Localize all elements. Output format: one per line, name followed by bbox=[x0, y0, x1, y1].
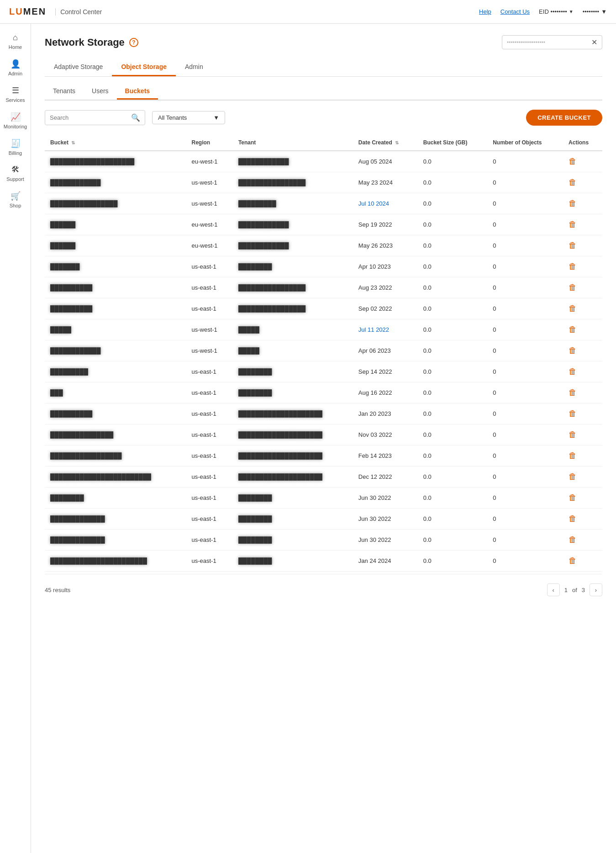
billing-icon: 🧾 bbox=[11, 138, 21, 148]
contact-link[interactable]: Contact Us bbox=[500, 8, 530, 15]
table-row: ██████████ us-east-1 ████████████████ Se… bbox=[45, 298, 602, 319]
delete-bucket-icon[interactable]: 🗑 bbox=[569, 556, 577, 565]
cell-region: us-east-1 bbox=[186, 256, 232, 277]
cell-num-objects: 0 bbox=[487, 235, 563, 256]
cell-tenant: ████████ bbox=[233, 530, 353, 551]
cell-date-created: Jul 11 2022 bbox=[353, 319, 418, 340]
cell-actions: 🗑 bbox=[563, 172, 602, 193]
tab-adaptive-storage[interactable]: Adaptive Storage bbox=[45, 58, 112, 76]
cell-date-created: Jan 20 2023 bbox=[353, 403, 418, 424]
cell-actions: 🗑 bbox=[563, 509, 602, 530]
search-icon[interactable]: 🔍 bbox=[131, 113, 140, 122]
support-icon: 🛠 bbox=[11, 165, 20, 175]
sidebar-item-services[interactable]: ☰ Services bbox=[0, 81, 31, 107]
cell-bucket-size: 0.0 bbox=[418, 382, 487, 403]
cell-bucket: ████████████████████ bbox=[45, 151, 186, 172]
delete-bucket-icon[interactable]: 🗑 bbox=[569, 409, 577, 418]
sidebar-item-shop[interactable]: 🛒 Shop bbox=[0, 186, 31, 213]
table-row: ████████████ us-west-1 ████████████████ … bbox=[45, 172, 602, 193]
col-actions: Actions bbox=[563, 135, 602, 151]
delete-bucket-icon[interactable]: 🗑 bbox=[569, 472, 577, 481]
cell-num-objects: 0 bbox=[487, 256, 563, 277]
cell-num-objects: 0 bbox=[487, 551, 563, 572]
tab-tenants[interactable]: Tenants bbox=[45, 84, 84, 100]
cell-date-created: Jun 30 2022 bbox=[353, 509, 418, 530]
delete-bucket-icon[interactable]: 🗑 bbox=[569, 493, 577, 502]
cell-tenant: ████████████████████ bbox=[233, 403, 353, 424]
create-bucket-button[interactable]: CREATE BUCKET bbox=[526, 110, 602, 126]
cell-actions: 🗑 bbox=[563, 424, 602, 445]
col-tenant: Tenant bbox=[233, 135, 353, 151]
admin-icon: 👤 bbox=[11, 59, 21, 69]
cell-region: us-west-1 bbox=[186, 172, 232, 193]
current-page: 1 bbox=[564, 587, 568, 593]
sort-icon-date[interactable]: ⇅ bbox=[395, 140, 399, 145]
cell-num-objects: 0 bbox=[487, 214, 563, 235]
delete-bucket-icon[interactable]: 🗑 bbox=[569, 514, 577, 523]
delete-bucket-icon[interactable]: 🗑 bbox=[569, 157, 577, 166]
delete-bucket-icon[interactable]: 🗑 bbox=[569, 430, 577, 439]
eid-button[interactable]: EID •••••••• ▼ bbox=[539, 8, 574, 15]
cell-date-created: Dec 12 2022 bbox=[353, 466, 418, 487]
tenant-select[interactable]: All Tenants ▼ bbox=[152, 111, 225, 124]
help-link[interactable]: Help bbox=[479, 8, 491, 15]
cell-region: us-east-1 bbox=[186, 530, 232, 551]
cell-date-created: Nov 03 2022 bbox=[353, 424, 418, 445]
cell-num-objects: 0 bbox=[487, 277, 563, 298]
sidebar-label-admin: Admin bbox=[8, 71, 22, 76]
cell-date-created: Jun 30 2022 bbox=[353, 530, 418, 551]
next-page-button[interactable]: › bbox=[590, 583, 602, 596]
cell-bucket: █████████████ bbox=[45, 530, 186, 551]
sidebar-item-admin[interactable]: 👤 Admin bbox=[0, 54, 31, 81]
tab-users[interactable]: Users bbox=[84, 84, 117, 100]
table-row: █████ us-west-1 █████ Jul 11 2022 0.0 0 … bbox=[45, 319, 602, 340]
col-region: Region bbox=[186, 135, 232, 151]
cell-tenant: ████████ bbox=[233, 551, 353, 572]
delete-bucket-icon[interactable]: 🗑 bbox=[569, 535, 577, 544]
header-search-close-icon[interactable]: ✕ bbox=[591, 38, 597, 47]
tab-admin[interactable]: Admin bbox=[176, 58, 212, 76]
search-input[interactable] bbox=[50, 114, 131, 121]
col-bucket: Bucket ⇅ bbox=[45, 135, 186, 151]
home-icon: ⌂ bbox=[13, 33, 18, 42]
sidebar-label-support: Support bbox=[6, 176, 24, 182]
delete-bucket-icon[interactable]: 🗑 bbox=[569, 325, 577, 334]
cell-bucket-size: 0.0 bbox=[418, 214, 487, 235]
sidebar-item-billing[interactable]: 🧾 Billing bbox=[0, 134, 31, 160]
cell-num-objects: 0 bbox=[487, 509, 563, 530]
pagination: 45 results ‹ 1 of 3 › bbox=[45, 577, 602, 603]
sidebar-item-support[interactable]: 🛠 Support bbox=[0, 160, 31, 186]
sidebar-item-home[interactable]: ⌂ Home bbox=[0, 28, 31, 54]
delete-bucket-icon[interactable]: 🗑 bbox=[569, 283, 577, 292]
prev-page-button[interactable]: ‹ bbox=[547, 583, 560, 596]
tab-buckets[interactable]: Buckets bbox=[117, 84, 158, 100]
cell-date-created: Apr 10 2023 bbox=[353, 256, 418, 277]
delete-bucket-icon[interactable]: 🗑 bbox=[569, 241, 577, 250]
cell-date-created: Jan 24 2024 bbox=[353, 551, 418, 572]
help-circle-icon[interactable]: ? bbox=[129, 38, 138, 47]
table-row: ██████ eu-west-1 ████████████ Sep 19 202… bbox=[45, 214, 602, 235]
cell-date-created: Jun 30 2022 bbox=[353, 487, 418, 509]
sort-icon-bucket[interactable]: ⇅ bbox=[71, 140, 75, 145]
delete-bucket-icon[interactable]: 🗑 bbox=[569, 304, 577, 313]
delete-bucket-icon[interactable]: 🗑 bbox=[569, 178, 577, 187]
delete-bucket-icon[interactable]: 🗑 bbox=[569, 367, 577, 376]
delete-bucket-icon[interactable]: 🗑 bbox=[569, 451, 577, 460]
cell-actions: 🗑 bbox=[563, 214, 602, 235]
cell-date-created: Sep 02 2022 bbox=[353, 298, 418, 319]
cell-date-created: Sep 19 2022 bbox=[353, 214, 418, 235]
table-row: █████████ us-east-1 ████████ Sep 14 2022… bbox=[45, 361, 602, 382]
cell-tenant: ████████████████ bbox=[233, 277, 353, 298]
delete-bucket-icon[interactable]: 🗑 bbox=[569, 346, 577, 355]
tab-object-storage[interactable]: Object Storage bbox=[112, 58, 176, 76]
delete-bucket-icon[interactable]: 🗑 bbox=[569, 388, 577, 397]
main-content: Network Storage ? •••••••••••••••••••• ✕… bbox=[31, 24, 616, 853]
sidebar-item-monitoring[interactable]: 📈 Monitoring bbox=[0, 107, 31, 134]
user-button[interactable]: •••••••• ▼ bbox=[583, 8, 607, 15]
cell-region: us-east-1 bbox=[186, 509, 232, 530]
delete-bucket-icon[interactable]: 🗑 bbox=[569, 220, 577, 229]
cell-region: eu-west-1 bbox=[186, 235, 232, 256]
delete-bucket-icon[interactable]: 🗑 bbox=[569, 262, 577, 271]
delete-bucket-icon[interactable]: 🗑 bbox=[569, 199, 577, 208]
cell-bucket-size: 0.0 bbox=[418, 445, 487, 466]
